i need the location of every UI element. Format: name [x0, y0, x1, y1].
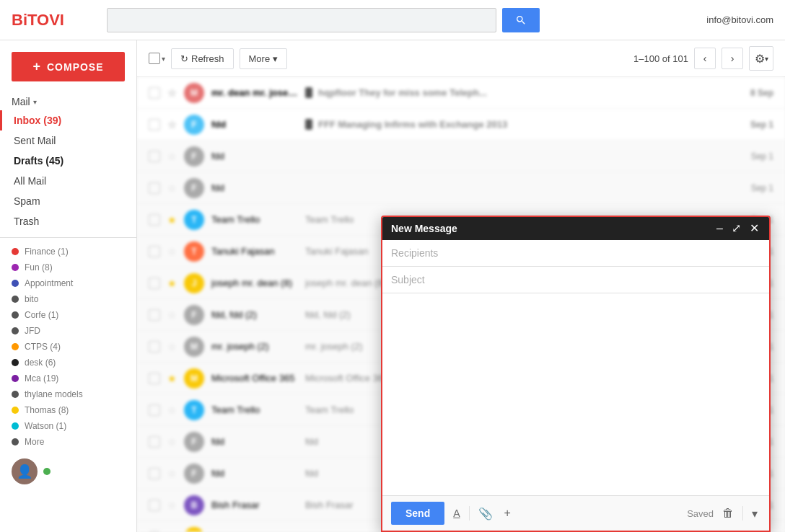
row-checkbox[interactable]: [149, 151, 160, 162]
star-icon[interactable]: ☆: [167, 246, 177, 257]
label-fun[interactable]: Fun (8): [0, 260, 136, 275]
row-checkbox[interactable]: [149, 278, 160, 289]
delete-icon: 🗑: [722, 507, 734, 519]
sidebar-item-allmail[interactable]: All Mail: [0, 171, 136, 191]
row-checkbox[interactable]: [149, 87, 160, 99]
table-row[interactable]: ☆ M mr. dean mr. joseph hqpfloor They fo…: [137, 77, 785, 109]
compose-body[interactable]: [382, 293, 769, 495]
row-checkbox[interactable]: [149, 246, 160, 257]
label-ctps[interactable]: CTPS (4): [0, 339, 136, 355]
row-checkbox[interactable]: [149, 119, 160, 130]
star-icon[interactable]: ☆: [167, 87, 177, 99]
compose-minimize-button[interactable]: –: [715, 223, 724, 234]
settings-button[interactable]: ⚙ ▾: [749, 46, 773, 71]
settings-icon: ⚙: [755, 52, 765, 66]
label-text-finance: Finance (1): [25, 247, 69, 257]
row-checkbox[interactable]: [149, 468, 160, 479]
label-thylane[interactable]: thylane models: [0, 386, 136, 402]
checkbox-dropdown-icon[interactable]: ▾: [162, 55, 165, 63]
prev-page-button[interactable]: ‹: [694, 48, 716, 69]
label-watson[interactable]: Watson (1): [0, 418, 136, 434]
delete-draft-button[interactable]: 🗑: [719, 504, 737, 523]
compose-close-button[interactable]: ✕: [748, 223, 760, 234]
next-page-button[interactable]: ›: [722, 48, 743, 69]
compose-button[interactable]: COMPOSE: [12, 52, 125, 81]
more-options-button[interactable]: +: [501, 504, 514, 523]
search-input[interactable]: [107, 8, 496, 32]
label-text-thylane: thylane models: [25, 389, 83, 399]
format-text-button[interactable]: A: [450, 504, 462, 523]
sidebar-inbox-label: Inbox (39): [14, 115, 61, 126]
label-corfe[interactable]: Corfe (1): [0, 307, 136, 323]
attach-icon: 📎: [478, 507, 493, 520]
row-checkbox[interactable]: [149, 404, 160, 416]
label-bito[interactable]: bito: [0, 291, 136, 307]
subject-text: joseph mr. dean (8): [305, 278, 386, 288]
star-icon[interactable]: ☆: [167, 500, 177, 511]
row-checkbox[interactable]: [149, 500, 160, 511]
sidebar-drafts-label: Drafts (45): [14, 155, 63, 167]
compose-expand-button[interactable]: ⤢: [730, 223, 742, 234]
star-icon[interactable]: ★: [167, 373, 177, 384]
label-jfd[interactable]: JFD: [0, 323, 136, 339]
subject-field[interactable]: [382, 267, 769, 293]
row-checkbox[interactable]: [149, 182, 160, 194]
star-icon[interactable]: ☆: [167, 182, 177, 194]
row-checkbox[interactable]: [149, 309, 160, 321]
label-desk[interactable]: desk (6): [0, 355, 136, 371]
search-button[interactable]: [502, 8, 540, 32]
logo-tovi: TOVI: [27, 11, 64, 29]
select-all-checkbox[interactable]: [149, 53, 160, 64]
label-dot-finance: [12, 248, 19, 255]
star-icon[interactable]: ☆: [167, 468, 177, 479]
subject-text: mr. joseph (2): [305, 341, 362, 352]
avatar: M: [184, 368, 204, 389]
more-icon: +: [504, 507, 511, 519]
row-checkbox[interactable]: [149, 214, 160, 226]
row-checkbox[interactable]: [149, 341, 160, 353]
table-row[interactable]: ☆ F fdd Sep 1: [137, 141, 785, 172]
label-dot-ctps: [12, 343, 19, 350]
subject-text: FFF Managing Infirms with Exchange 2013: [318, 119, 507, 130]
avatar: T: [184, 241, 204, 262]
attach-button[interactable]: 📎: [475, 504, 496, 523]
label-appointment[interactable]: Appointment: [0, 275, 136, 291]
settings-dropdown-icon: ▾: [765, 55, 768, 63]
sidebar-item-inbox[interactable]: Inbox (39): [0, 110, 136, 130]
star-icon[interactable]: ☆: [167, 404, 177, 416]
send-button[interactable]: Send: [391, 502, 444, 525]
label-text-desk: desk (6): [25, 358, 56, 368]
more-button[interactable]: More ▾: [240, 48, 288, 69]
sidebar-item-sent[interactable]: Sent Mail: [0, 130, 136, 151]
content-area: ▾ ↻ Refresh More ▾ 1–100 of 101 ‹ › ⚙ ▾: [137, 40, 785, 532]
sidebar-item-mail[interactable]: Mail ▾: [0, 93, 136, 110]
page-range: 1–100 of 101: [633, 53, 688, 64]
label-mca[interactable]: Mca (19): [0, 371, 136, 386]
star-icon[interactable]: ☆: [167, 119, 177, 130]
label-badge: [305, 119, 312, 130]
sidebar-item-trash[interactable]: Trash: [0, 211, 136, 231]
compose-options-button[interactable]: ▾: [749, 504, 760, 523]
label-thomas[interactable]: Thomas (8): [0, 402, 136, 418]
avatar: S: [184, 527, 204, 533]
table-row[interactable]: ☆ F fdd FFF Managing Infirms with Exchan…: [137, 109, 785, 141]
star-icon[interactable]: ☆: [167, 436, 177, 448]
row-checkbox[interactable]: [149, 373, 160, 384]
date: Sep 1: [730, 151, 773, 161]
star-icon[interactable]: ☆: [167, 151, 177, 162]
sidebar-item-drafts[interactable]: Drafts (45): [0, 151, 136, 171]
star-icon[interactable]: ☆: [167, 341, 177, 353]
avatar: F: [184, 432, 204, 452]
star-icon[interactable]: ★: [167, 214, 177, 226]
star-icon[interactable]: ★: [167, 278, 177, 289]
table-row[interactable]: ☆ F fdd Sep 1: [137, 172, 785, 204]
star-icon[interactable]: ☆: [167, 309, 177, 321]
recipients-field[interactable]: [382, 240, 769, 267]
label-text-watson: Watson (1): [25, 421, 66, 431]
sidebar-item-spam[interactable]: Spam: [0, 191, 136, 211]
label-finance[interactable]: Finance (1): [0, 244, 136, 260]
row-checkbox[interactable]: [149, 436, 160, 448]
refresh-button[interactable]: ↻ Refresh: [171, 48, 234, 69]
label-more[interactable]: More: [0, 434, 136, 450]
label-text-fun: Fun (8): [25, 262, 53, 272]
